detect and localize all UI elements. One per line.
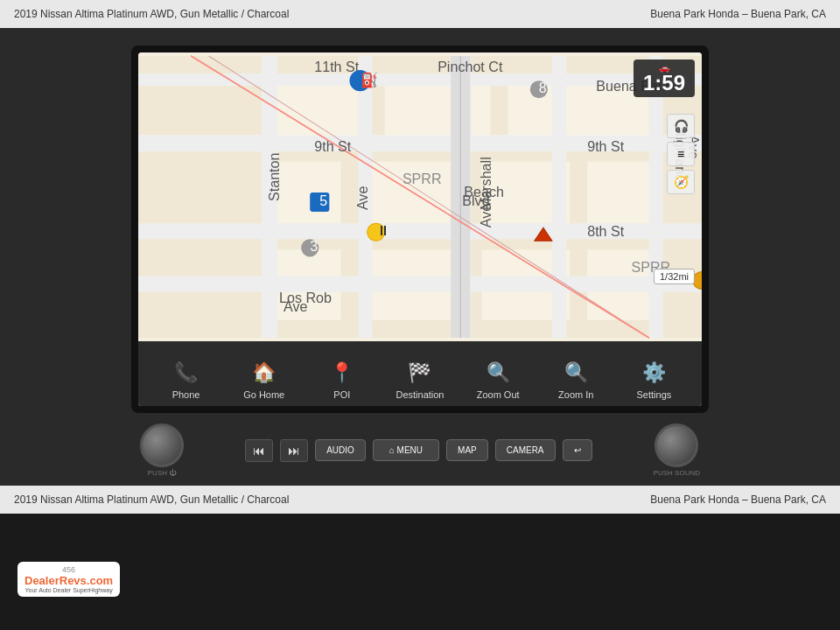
distance-badge: 1/32mi xyxy=(654,269,695,284)
svg-text:5: 5 xyxy=(319,192,327,208)
zoomin-icon: 🔍 xyxy=(564,361,588,384)
vol-knob-group: PUSH ⏻ xyxy=(140,424,184,477)
nav-item-settings[interactable]: ⚙️ Settings xyxy=(623,361,684,400)
nav-item-destination[interactable]: 🏁 Destination xyxy=(389,361,451,400)
audio-btn[interactable]: AUDIO xyxy=(315,439,366,461)
nav-label-destination: Destination xyxy=(396,389,444,400)
back-btn[interactable]: ↩ xyxy=(563,439,592,461)
svg-text:Pinchot Ct: Pinchot Ct xyxy=(438,59,503,74)
svg-text:9th St: 9th St xyxy=(314,138,352,154)
svg-text:8: 8 xyxy=(539,80,547,95)
nav-timer-time: 1:59 xyxy=(643,73,685,94)
svg-text:Ave: Ave xyxy=(354,186,370,210)
zoomout-icon: 🔍 xyxy=(486,361,510,384)
push-left-label: PUSH ⏻ xyxy=(148,469,176,477)
infotainment-screen: 11th St Pinchot Ct Buena Park 9th St 9th… xyxy=(138,52,702,406)
page-wrapper: 2019 Nissan Altima Platinum AWD, Gun Met… xyxy=(0,0,840,514)
screen-bezel: 11th St Pinchot Ct Buena Park 9th St 9th… xyxy=(131,46,709,413)
camera-btn[interactable]: CAMERA xyxy=(495,439,556,461)
svg-rect-3 xyxy=(385,82,491,135)
top-bar: 2019 Nissan Altima Platinum AWD, Gun Met… xyxy=(0,0,840,28)
nav-label-phone: Phone xyxy=(172,389,200,400)
media-next-btn[interactable]: ⏭ xyxy=(280,439,308,462)
destination-icon: 🏁 xyxy=(408,361,431,384)
nav-item-zoomin[interactable]: 🔍 Zoom In xyxy=(545,361,606,400)
headphone-btn[interactable]: 🎧 xyxy=(667,114,695,138)
svg-rect-22 xyxy=(649,56,663,338)
map-btn[interactable]: MAP xyxy=(446,439,488,461)
compass-btn[interactable]: 🧭 xyxy=(667,170,695,194)
top-bar-right: Buena Park Honda – Buena Park, CA xyxy=(650,8,826,20)
screen-nav-bar: 📞 Phone 🏠 Go Home 📍 POI 🏁 xyxy=(138,341,702,406)
tune-knob[interactable] xyxy=(654,424,698,467)
controls-row: PUSH ⏻ ⏮ ⏭ AUDIO ⌂ MENU MAP CAMERA ↩ xyxy=(131,424,709,477)
svg-text:Blvd: Blvd xyxy=(462,192,489,208)
svg-rect-16 xyxy=(138,276,702,292)
svg-text:⛽: ⛽ xyxy=(360,72,379,88)
media-prev-btn[interactable]: ⏮ xyxy=(245,439,273,462)
phone-icon: 📞 xyxy=(174,361,198,384)
svg-rect-2 xyxy=(270,82,359,135)
svg-text:11th St: 11th St xyxy=(314,59,360,74)
top-bar-left: 2019 Nissan Altima Platinum AWD, Gun Met… xyxy=(14,8,289,20)
watermark-title: DealerRevs.com xyxy=(24,574,113,587)
svg-text:SPRR: SPRR xyxy=(402,171,442,186)
nav-controls-right: 🎧 ≡ 🧭 xyxy=(667,114,695,194)
svg-text:9th St: 9th St xyxy=(587,138,625,154)
nav-timer: 🚗 1:59 xyxy=(634,60,695,97)
poi-icon: 📍 xyxy=(330,361,354,384)
list-btn[interactable]: ≡ xyxy=(667,142,695,166)
infotainment-body: VOL TUNE·SCROLL xyxy=(0,28,840,486)
svg-text:⏸: ⏸ xyxy=(376,222,390,238)
svg-text:Ave: Ave xyxy=(284,298,307,314)
controls-center: ⏮ ⏭ AUDIO ⌂ MENU MAP CAMERA ↩ xyxy=(245,439,592,462)
nav-item-gohome[interactable]: 🏠 Go Home xyxy=(234,361,295,400)
nav-label-poi: POI xyxy=(333,389,350,400)
nav-label-gohome: Go Home xyxy=(243,389,284,400)
svg-rect-8 xyxy=(587,162,658,223)
nav-label-settings: Settings xyxy=(637,389,672,400)
nav-item-phone[interactable]: 📞 Phone xyxy=(156,361,217,400)
settings-icon: ⚙️ xyxy=(642,361,666,384)
nav-item-zoomout[interactable]: 🔍 Zoom Out xyxy=(467,361,528,400)
watermark-number: 456 xyxy=(62,565,75,574)
tune-knob-group: PUSH SOUND xyxy=(654,424,700,477)
svg-text:Stanton: Stanton xyxy=(266,153,282,201)
nav-item-poi[interactable]: 📍 POI xyxy=(312,361,373,400)
push-right-label: PUSH SOUND xyxy=(654,469,700,477)
map-area: 11th St Pinchot Ct Buena Park 9th St 9th… xyxy=(138,52,702,341)
home-icon: 🏠 xyxy=(252,361,276,384)
nav-label-zoomin: Zoom In xyxy=(558,389,593,400)
svg-text:3: 3 xyxy=(310,238,318,254)
watermark-subtitle: Your Auto Dealer SuperHighway xyxy=(25,587,113,593)
nav-label-zoomout: Zoom Out xyxy=(477,389,520,400)
bottom-bar-left: 2019 Nissan Altima Platinum AWD, Gun Met… xyxy=(14,494,289,506)
control-buttons-row: ⏮ ⏭ AUDIO ⌂ MENU MAP CAMERA ↩ xyxy=(245,439,592,462)
menu-btn[interactable]: ⌂ MENU xyxy=(373,439,439,461)
bottom-bar-right: Buena Park Honda – Buena Park, CA xyxy=(650,494,826,506)
svg-rect-21 xyxy=(552,56,566,338)
svg-text:8th St: 8th St xyxy=(587,223,625,239)
vol-knob[interactable] xyxy=(140,424,184,467)
infotainment-inner: VOL TUNE·SCROLL xyxy=(105,46,735,477)
watermark: 456 DealerRevs.com Your Auto Dealer Supe… xyxy=(18,562,120,597)
watermark-box: 456 DealerRevs.com Your Auto Dealer Supe… xyxy=(18,562,120,597)
bottom-bar: 2019 Nissan Altima Platinum AWD, Gun Met… xyxy=(0,486,840,514)
